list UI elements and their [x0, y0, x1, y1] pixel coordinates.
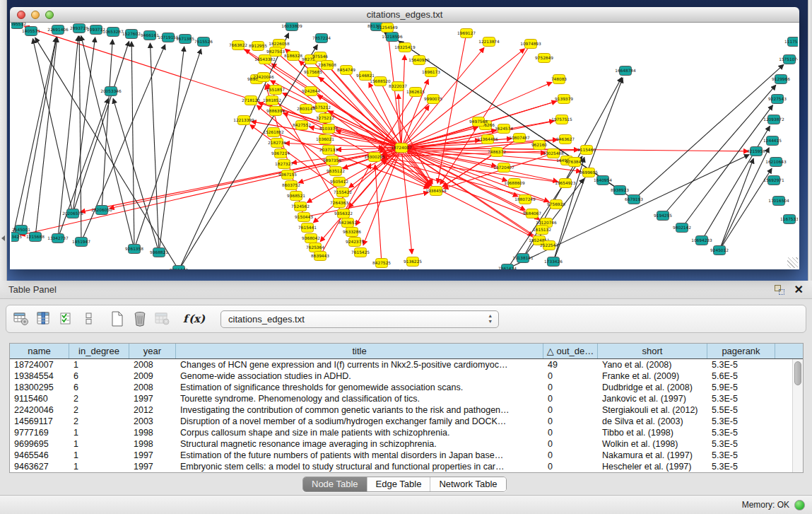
column-header-pagerank[interactable]: pagerank [707, 344, 775, 358]
function-icon[interactable]: f (x) [183, 313, 205, 325]
window-resize-grip[interactable] [787, 257, 798, 268]
graph-edge[interactable] [33, 39, 73, 214]
table-row[interactable]: 1830029562008Estimation of significance … [10, 382, 792, 393]
graph-node[interactable]: 15261882 [263, 128, 284, 137]
new-file-icon[interactable] [108, 310, 126, 328]
graph-node[interactable]: 15688520 [370, 77, 391, 86]
table-row[interactable]: 1872400712008Changes of HCN gene express… [10, 359, 792, 370]
graph-node[interactable]: 9463627 [556, 135, 575, 144]
graph-node[interactable]: 1215688 [26, 233, 45, 242]
graph-node[interactable]: 6679193 [625, 195, 643, 204]
graph-node[interactable]: 4575212 [312, 103, 331, 112]
graph-node[interactable]: 25206050 [91, 206, 112, 215]
graph-node[interactable]: 7615526 [194, 37, 213, 47]
graph-edge[interactable] [159, 47, 184, 252]
graph-node[interactable]: 9139379 [555, 95, 573, 104]
network-view-window[interactable]: citations_edges.txt 14055712269140628937… [10, 7, 799, 269]
graph-edge[interactable] [131, 42, 134, 249]
column-header-title[interactable]: title [176, 344, 543, 358]
graph-node[interactable]: 16210643 [765, 158, 787, 167]
graph-node[interactable]: 1827327 [275, 160, 293, 169]
graph-node[interactable]: 8639443 [311, 252, 329, 261]
rows-icon[interactable] [80, 310, 98, 328]
graph-node[interactable]: 1244415 [763, 136, 782, 146]
graph-node[interactable]: 16033809 [281, 23, 302, 31]
graph-node[interactable]: 10974893 [520, 40, 541, 49]
memory-ok-indicator[interactable] [794, 500, 805, 510]
graph-node[interactable]: 19757515 [551, 115, 572, 124]
graph-edge[interactable] [634, 64, 784, 199]
graph-node[interactable]: 19218596 [382, 33, 403, 42]
graph-node[interactable]: 748083 [551, 75, 567, 84]
graph-node[interactable]: 19654923 [555, 179, 576, 188]
graph-node[interactable]: 9368042 [302, 234, 320, 243]
graph-node[interactable]: 9756928 [547, 200, 565, 209]
select-all-checklist-icon[interactable] [57, 310, 76, 328]
graph-edge[interactable] [24, 26, 401, 148]
graph-node[interactable]: 1405571 [22, 27, 40, 36]
graph-edge[interactable] [150, 43, 159, 252]
graph-node[interactable]: 7361424 [498, 264, 517, 270]
graph-node[interactable]: 16648784 [615, 66, 636, 76]
network-graph[interactable]: 1405571226914062893719209371210653287152… [11, 23, 798, 269]
graph-edge[interactable] [399, 94, 401, 148]
graph-node[interactable]: 9699695 [579, 168, 598, 177]
graph-node[interactable]: 9245012 [710, 246, 729, 255]
graph-node[interactable]: 962160 [531, 141, 547, 150]
graph-node[interactable]: 1451947 [72, 238, 90, 247]
graph-node[interactable]: 12213874 [478, 37, 500, 47]
graph-node[interactable]: 7625364 [306, 243, 324, 252]
graph-node[interactable]: 1969127 [457, 29, 476, 38]
graph-node[interactable]: 1696173 [422, 68, 440, 77]
table-row[interactable]: 1938455462009Genome-wide association stu… [10, 370, 792, 382]
table-settings-icon[interactable] [12, 310, 30, 328]
graph-node[interactable]: 7615425 [351, 248, 370, 257]
graph-node[interactable]: 9368521 [287, 192, 305, 201]
graph-edge[interactable] [58, 98, 108, 238]
column-header-year[interactable]: year [129, 344, 176, 358]
graph-node[interactable]: 8454749 [337, 66, 355, 75]
graph-edge[interactable] [304, 192, 428, 217]
graph-edge[interactable] [73, 41, 129, 214]
graph-node[interactable]: 9227543 [768, 95, 787, 104]
graph-node[interactable]: 9684067 [523, 209, 541, 218]
close-panel-icon[interactable]: ✕ [794, 285, 804, 295]
column-header-name[interactable]: name [10, 344, 69, 358]
graph-edge[interactable] [375, 165, 382, 263]
graph-node[interactable]: 8322037 [389, 82, 407, 91]
graph-node[interactable]: 7155422 [334, 188, 352, 197]
graph-node[interactable]: 13342737 [47, 234, 69, 243]
graph-node[interactable]: 8912955 [249, 42, 267, 51]
graph-node[interactable]: 8186328 [284, 52, 302, 61]
graph-node[interactable]: 15751074 [779, 55, 798, 64]
table-row[interactable]: 2242004622012Investigating the contribut… [10, 404, 792, 416]
graph-node[interactable]: 16720407 [493, 163, 514, 173]
tab-network-table[interactable]: Network Table [430, 477, 505, 491]
graph-node[interactable]: 12213399 [233, 116, 254, 125]
graph-edge[interactable] [13, 37, 57, 237]
table-row[interactable]: 946362711997Embryonic stem cells: a mode… [10, 461, 792, 472]
graph-edge[interactable] [81, 45, 165, 242]
graph-edge[interactable] [401, 55, 405, 148]
graph-edge[interactable] [110, 148, 401, 209]
graph-node[interactable]: 8427525 [372, 259, 391, 268]
graph-node[interactable]: 9990075 [424, 95, 442, 104]
delete-trash-icon[interactable] [131, 310, 149, 328]
table-row[interactable]: 969969511998Structural magnetic resonanc… [10, 438, 792, 450]
graph-node[interactable]: 9367214 [271, 149, 290, 158]
graph-node[interactable]: 7857224 [312, 34, 331, 43]
graph-node[interactable]: 9136225 [404, 257, 422, 267]
graph-node[interactable]: 8103373 [319, 124, 338, 134]
graph-node[interactable]: 17016504 [768, 197, 789, 206]
graph-node[interactable]: 8603752 [282, 181, 300, 190]
graph-node[interactable]: 9886394 [266, 107, 285, 116]
graph-node[interactable]: 1527602 [122, 30, 141, 39]
graph-node[interactable]: 975546 [312, 52, 328, 62]
graph-node[interactable]: 9150443 [295, 213, 313, 222]
column-header-out_degree[interactable]: △ out_de… [543, 344, 598, 358]
graph-node[interactable]: 7615441 [298, 223, 317, 233]
table-column-icon[interactable] [35, 310, 53, 328]
graph-node[interactable]: 2367608 [318, 61, 336, 70]
graph-node[interactable]: 9466161 [141, 31, 159, 40]
graph-node[interactable]: 9752849 [535, 54, 553, 63]
